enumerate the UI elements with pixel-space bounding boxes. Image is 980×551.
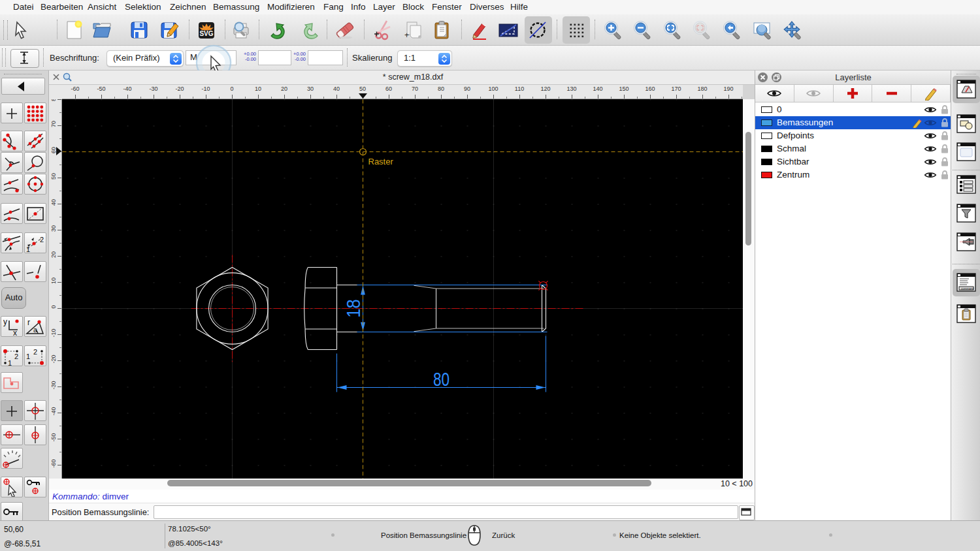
svg-text:1: 1: [26, 245, 30, 253]
svg-text:a: a: [33, 326, 38, 334]
svg-text:2: 2: [40, 236, 44, 244]
svg-text:+: +: [404, 31, 409, 40]
svg-text:1: 1: [26, 353, 30, 360]
svg-text:18: 18: [342, 299, 364, 317]
svg-text:2: 2: [33, 348, 37, 356]
svg-text:80: 80: [433, 368, 449, 390]
svg-text:SVG: SVG: [199, 30, 213, 37]
svg-text:2: 2: [14, 353, 18, 360]
svg-text:1: 1: [8, 359, 12, 366]
svg-text:y: y: [3, 317, 7, 326]
svg-text:r: r: [27, 318, 30, 327]
svg-text:Raster: Raster: [368, 157, 394, 166]
svg-text:x: x: [13, 328, 17, 336]
svg-text:command: command: [961, 287, 974, 291]
